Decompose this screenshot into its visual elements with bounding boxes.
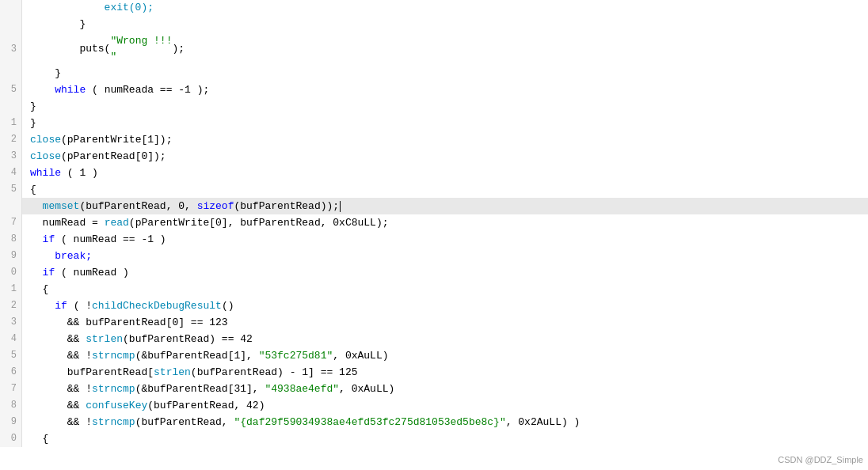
code-segment: ( !	[67, 298, 92, 314]
code-segment: if	[43, 265, 55, 281]
code-segment: ( 1 )	[61, 165, 98, 181]
code-segment: , 0xAuLL)	[339, 381, 394, 397]
line-10: 5{	[0, 181, 868, 198]
code-segment: sizeof	[197, 199, 234, 214]
code-segment	[30, 82, 55, 98]
code-segment: (bufParentRead, 42)	[147, 398, 265, 414]
line-15: 0 if ( numRead )	[0, 264, 868, 281]
text-cursor	[340, 201, 341, 212]
line-number-19: 4	[0, 331, 22, 347]
line-6: 1}	[0, 115, 868, 131]
line-number-3	[0, 65, 22, 81]
code-segment: "{daf29f59034938ae4efd53fc275d81053ed5be…	[234, 415, 505, 430]
code-segment: ()	[222, 298, 234, 314]
line-content-4: while ( numReada == -1 );	[22, 81, 868, 98]
code-segment: numRead =	[30, 215, 105, 231]
line-content-12: numRead = read(pParentWrite[0], bufParen…	[22, 214, 868, 231]
code-segment: &&	[30, 332, 86, 347]
code-segment: strncmp	[92, 381, 135, 397]
code-segment: "53fc275d81"	[259, 348, 333, 364]
line-content-23: && confuseKey(bufParentRead, 42)	[22, 397, 868, 414]
line-14: 9 break;	[0, 248, 868, 264]
line-content-1: }	[22, 17, 868, 33]
line-content-21: bufParentRead[strlen(bufParentRead) - 1]…	[22, 364, 868, 381]
code-segment: (bufParentRead,	[135, 415, 234, 430]
line-content-22: && !strncmp(&bufParentRead[31], "4938ae4…	[22, 381, 868, 397]
code-segment: while	[55, 82, 86, 98]
code-segment: (bufParentRead) == 42	[123, 332, 253, 347]
code-segment: && !	[30, 348, 92, 364]
code-segment: , 0x2AuLL) )	[506, 415, 581, 430]
line-24: 9 && !strncmp(bufParentRead, "{daf29f590…	[0, 414, 868, 430]
line-content-0: exit(0);	[22, 0, 868, 17]
line-content-14: break;	[22, 248, 868, 264]
line-number-8: 3	[0, 148, 22, 165]
line-content-18: && bufParentRead[0] == 123	[22, 314, 868, 331]
line-number-18: 3	[0, 314, 22, 331]
code-segment: strncmp	[92, 348, 135, 364]
code-segment: ( numRead )	[55, 265, 129, 281]
code-segment: && bufParentRead[0] == 123	[30, 315, 228, 331]
line-content-13: if ( numRead == -1 )	[22, 231, 868, 248]
code-segment: ( numReada == -1 );	[86, 82, 209, 98]
line-2: 3 puts("Wrong !!! ");	[0, 33, 868, 65]
line-content-8: close(pParentRead[0]);	[22, 148, 868, 165]
line-content-2: puts("Wrong !!! ");	[22, 33, 868, 65]
code-segment: "4938ae4efd"	[265, 381, 339, 397]
code-segment: memset	[30, 199, 79, 214]
line-number-0	[0, 0, 22, 17]
code-segment	[30, 298, 55, 314]
code-segment: (bufParentRead));	[234, 199, 339, 214]
line-18: 3 && bufParentRead[0] == 123	[0, 314, 868, 331]
code-segment: close	[30, 149, 61, 165]
line-11: memset(bufParentRead, 0, sizeof(bufParen…	[0, 198, 868, 214]
code-segment: confuseKey	[86, 398, 147, 414]
line-number-14: 9	[0, 248, 22, 264]
code-segment: }	[30, 17, 86, 32]
line-9: 4while ( 1 )	[0, 165, 868, 181]
line-content-19: && strlen(bufParentRead) == 42	[22, 331, 868, 347]
line-number-10: 5	[0, 181, 22, 198]
line-content-10: {	[22, 181, 868, 198]
line-number-9: 4	[0, 165, 22, 181]
line-content-7: close(pParentWrite[1]);	[22, 131, 868, 148]
code-segment: if	[55, 298, 67, 314]
line-7: 2close(pParentWrite[1]);	[0, 131, 868, 148]
code-segment: "Wrong !!! "	[110, 33, 172, 65]
line-number-16: 1	[0, 281, 22, 298]
code-segment: (bufParentRead) - 1] == 125	[191, 365, 358, 381]
line-content-11: memset(bufParentRead, 0, sizeof(bufParen…	[22, 198, 868, 214]
code-segment: exit(0);	[30, 0, 154, 16]
line-content-15: if ( numRead )	[22, 264, 868, 281]
line-number-11	[0, 198, 22, 214]
code-segment: strncmp	[92, 415, 135, 430]
code-segment: (pParentRead[0]);	[61, 149, 166, 165]
code-segment: (pParentWrite[0], bufParentRead, 0xC8uLL…	[129, 215, 389, 231]
line-number-25: 0	[0, 430, 22, 447]
line-13: 8 if ( numRead == -1 )	[0, 231, 868, 248]
line-number-22: 7	[0, 381, 22, 397]
line-number-17: 2	[0, 298, 22, 314]
line-23: 8 && confuseKey(bufParentRead, 42)	[0, 397, 868, 414]
code-segment: );	[172, 41, 185, 57]
line-12: 7 numRead = read(pParentWrite[0], bufPar…	[0, 214, 868, 231]
line-content-3: }	[22, 65, 868, 81]
code-segment: && !	[30, 415, 92, 430]
line-0: exit(0);	[0, 0, 868, 17]
code-segment: (pParentWrite[1]);	[61, 132, 172, 148]
code-segment: {	[30, 431, 48, 447]
code-segment: while	[30, 165, 61, 181]
line-17: 2 if ( !childCheckDebugResult()	[0, 298, 868, 314]
code-segment: && !	[30, 381, 92, 397]
code-segment: break;	[30, 248, 92, 264]
line-number-13: 8	[0, 231, 22, 248]
code-segment: (&bufParentRead[1],	[135, 348, 259, 364]
line-content-17: if ( !childCheckDebugResult()	[22, 298, 868, 314]
code-segment: if	[43, 232, 55, 248]
code-segment: read	[105, 215, 129, 231]
code-lines: exit(0); }3 puts("Wrong !!! "); }5 while…	[0, 0, 868, 447]
line-content-20: && !strncmp(&bufParentRead[1], "53fc275d…	[22, 347, 868, 364]
line-content-6: }	[22, 115, 868, 131]
code-segment: (&bufParentRead[31],	[135, 381, 265, 397]
code-segment: bufParentRead[	[30, 365, 154, 381]
